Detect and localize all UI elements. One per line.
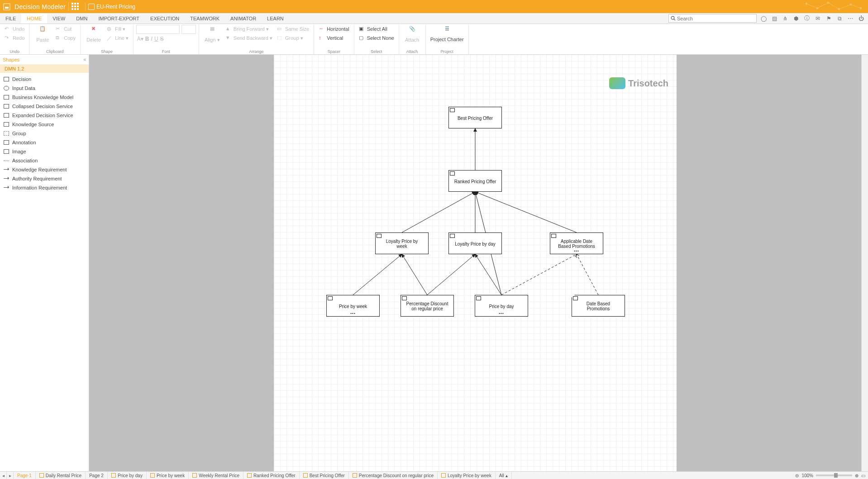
power-icon[interactable]: ⏻ <box>857 14 865 23</box>
shape-item[interactable]: Group <box>0 129 89 138</box>
copy-button[interactable]: ⧉Copy <box>54 34 77 42</box>
menu-tab-animator[interactable]: ANIMATOR <box>225 13 262 24</box>
shape-item[interactable]: Knowledge Source <box>0 120 89 129</box>
select-all-button[interactable]: ▣Select All <box>357 25 396 33</box>
zoom-out-button[interactable]: ⊖ <box>795 473 799 478</box>
menu-tab-import-export[interactable]: IMPORT-EXPORT <box>93 13 145 24</box>
search-input[interactable] <box>677 16 754 21</box>
redo-button[interactable]: ↷Redo <box>3 34 26 42</box>
document-icon <box>88 4 95 10</box>
group-button[interactable]: ⬚Group ▾ <box>275 34 311 42</box>
align-icon: ▦ <box>207 26 217 36</box>
diagram-node[interactable]: Date Based Promotions <box>572 295 625 317</box>
shape-item[interactable]: Annotation <box>0 138 89 147</box>
shapes-header[interactable]: Shapes « <box>0 55 89 65</box>
bold-button[interactable]: B <box>145 36 149 42</box>
italic-button[interactable]: I <box>151 36 153 42</box>
attach-icon: 📎 <box>407 26 417 36</box>
menu-tab-learn[interactable]: LEARN <box>262 13 289 24</box>
book-icon[interactable]: ▤ <box>770 14 778 23</box>
page-tab[interactable]: Percentage Discount on regular price <box>349 472 438 479</box>
page-tab[interactable]: Weekly Rental Price <box>189 472 243 479</box>
menu-tab-view[interactable]: VIEW <box>47 13 71 24</box>
diagram-node[interactable]: Price by week••• <box>326 295 380 317</box>
page-tab[interactable]: Price by day <box>108 472 147 479</box>
shape-item[interactable]: Collapsed Decision Service <box>0 102 89 111</box>
flag-icon[interactable]: ⚑ <box>825 14 833 23</box>
menu-tab-dmn[interactable]: DMN <box>71 13 93 24</box>
attach-button[interactable]: 📎Attach <box>402 25 423 43</box>
overflow-icon[interactable]: ⋯ <box>846 14 854 23</box>
copy-icon[interactable]: ⧉ <box>835 14 844 23</box>
diagram-node[interactable]: Percentage Discount on regular price <box>401 295 454 317</box>
collapse-icon[interactable]: « <box>83 57 86 62</box>
shape-item[interactable]: Expanded Decision Service <box>0 111 89 120</box>
project-charter-button[interactable]: ☰Project Charter <box>429 25 466 43</box>
diagram-node[interactable]: Best Pricing Offer <box>448 107 502 128</box>
font-color-button[interactable]: A▾ <box>137 36 143 42</box>
search-icon <box>671 14 676 23</box>
fork-icon[interactable]: ⋔ <box>781 14 789 23</box>
globe-icon[interactable]: ◯ <box>759 14 768 23</box>
font-family-select[interactable] <box>136 25 180 34</box>
page-tab[interactable]: Best Pricing Offer <box>300 472 349 479</box>
same-size-button[interactable]: ▭Same Size <box>275 25 311 33</box>
vertical-scrollbar[interactable] <box>861 55 868 471</box>
shape-item[interactable]: Association <box>0 156 89 165</box>
fill-button[interactable]: ◍Fill ▾ <box>105 25 130 33</box>
all-tabs-button[interactable]: All ▴ <box>496 472 512 479</box>
strike-button[interactable]: S <box>160 36 164 42</box>
line-button[interactable]: ／Line ▾ <box>105 34 130 42</box>
page-tab[interactable]: Page 2 <box>86 472 108 479</box>
shape-item[interactable]: Knowledge Requirement <box>0 165 89 174</box>
shape-item[interactable]: Input Data <box>0 84 89 93</box>
tab-nav-prev[interactable]: ◂ <box>0 472 7 479</box>
search-box[interactable] <box>668 14 757 23</box>
title-bar: Decision Modeler EU-Rent Pricing <box>0 0 868 13</box>
vertical-spacer-button[interactable]: ↕Vertical <box>317 34 351 42</box>
tab-nav-next[interactable]: ▸ <box>7 472 14 479</box>
diagram-node[interactable]: Price by day••• <box>475 295 528 317</box>
menu-tab-file[interactable]: FILE <box>0 13 21 24</box>
zoom-slider[interactable] <box>816 474 852 476</box>
shape-item[interactable]: Authority Requirement <box>0 174 89 183</box>
horizontal-spacer-button[interactable]: ↔Horizontal <box>317 25 351 33</box>
align-button[interactable]: ▦Align ▾ <box>202 25 223 44</box>
undo-button[interactable]: ↶Undo <box>3 25 26 33</box>
shapes-section[interactable]: DMN 1.2 <box>0 65 89 73</box>
bring-forward-button[interactable]: ▲Bring Forward ▾ <box>224 25 274 33</box>
diagram-node[interactable]: Loyalty Price by week <box>375 232 429 254</box>
paste-button[interactable]: 📋Paste <box>32 25 53 43</box>
page-tab[interactable]: Ranked Pricing Offer <box>243 472 300 479</box>
shape-item[interactable]: Information Requirement <box>0 183 89 192</box>
diagram-node[interactable]: Ranked Pricing Offer <box>448 170 502 192</box>
svg-line-25 <box>577 254 598 295</box>
canvas-area[interactable]: Trisotech Best Pricing OfferRanked Prici… <box>89 55 861 471</box>
diagram-node[interactable]: Applicable Date Based Promotions••• <box>550 232 603 254</box>
document-title[interactable]: EU-Rent Pricing <box>88 4 135 10</box>
shape-item[interactable]: Business Knowledge Model <box>0 93 89 102</box>
select-none-button[interactable]: ▢Select None <box>357 34 396 42</box>
font-size-select[interactable] <box>181 25 196 34</box>
underline-button[interactable]: U <box>154 36 158 42</box>
chat-icon[interactable]: ✉ <box>814 14 822 23</box>
app-switcher-icon[interactable] <box>72 3 80 11</box>
page-tab[interactable]: Daily Rental Price <box>36 472 86 479</box>
menu-tab-execution[interactable]: EXECUTION <box>145 13 185 24</box>
fit-page-button[interactable]: ▭ <box>861 473 865 478</box>
info-icon[interactable]: ⓘ <box>803 14 811 23</box>
page-tab[interactable]: Page 1 <box>14 472 36 479</box>
shape-item[interactable]: Image <box>0 147 89 156</box>
diagram-node[interactable]: Loyalty Price by day <box>448 232 502 254</box>
cut-button[interactable]: ✂Cut <box>54 25 77 33</box>
send-backward-button[interactable]: ▼Send Backward ▾ <box>224 34 274 42</box>
zoom-in-button[interactable]: ⊕ <box>855 473 858 478</box>
page-tab[interactable]: Price by week <box>147 472 189 479</box>
delete-button[interactable]: ✖Delete <box>83 25 104 43</box>
hierarchy-icon[interactable]: ⬢ <box>792 14 800 23</box>
page-tab[interactable]: Loyalty Price by week <box>438 472 496 479</box>
shape-item[interactable]: Decision <box>0 75 89 84</box>
menu-tab-home[interactable]: HOME <box>21 13 47 24</box>
menu-tab-teamwork[interactable]: TEAMWORK <box>185 13 225 24</box>
ribbon-group-font: A▾ B I U S Font <box>134 24 199 54</box>
